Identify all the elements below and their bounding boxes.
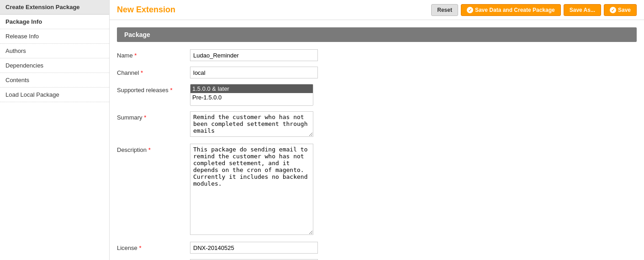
summary-required-indicator: * — [144, 114, 146, 121]
main-content: New Extension Reset Save Data and Create… — [110, 0, 644, 260]
summary-control — [190, 111, 318, 138]
release-option-1500[interactable]: 1.5.0.0 & later — [190, 84, 313, 93]
name-label: Name * — [117, 49, 190, 59]
page-title: New Extension — [117, 5, 175, 15]
license-row: License * — [117, 242, 637, 254]
description-control — [190, 144, 318, 236]
description-required-indicator: * — [148, 146, 151, 153]
description-label: Description * — [117, 144, 190, 153]
supported-releases-label: Supported releases * — [117, 84, 190, 94]
save-icon — [610, 7, 616, 13]
section-header: Package — [117, 27, 637, 42]
description-row: Description * — [117, 144, 637, 236]
sidebar-item-release-info[interactable]: Release Info — [0, 29, 109, 44]
sidebar: Create Extension Package Package Info Re… — [0, 0, 110, 260]
sidebar-item-dependencies[interactable]: Dependencies — [0, 58, 109, 73]
save-and-create-button[interactable]: Save Data and Create Package — [461, 4, 561, 16]
summary-row: Summary * — [117, 111, 637, 138]
save-create-icon — [467, 7, 473, 13]
reset-button[interactable]: Reset — [431, 4, 458, 16]
license-label: License * — [117, 242, 190, 251]
channel-label: Channel * — [117, 67, 190, 76]
name-row: Name * — [117, 49, 637, 61]
name-required-indicator: * — [134, 52, 137, 59]
sidebar-title: Create Extension Package — [0, 0, 109, 15]
release-option-pre1500[interactable]: Pre-1.5.0.0 — [190, 93, 313, 102]
save-as-button[interactable]: Save As... — [564, 4, 601, 16]
header-buttons: Reset Save Data and Create Package Save … — [431, 4, 637, 16]
license-control — [190, 242, 318, 254]
channel-control — [190, 67, 318, 78]
name-control — [190, 49, 318, 61]
save-button[interactable]: Save — [604, 4, 637, 16]
license-required-indicator: * — [139, 244, 141, 251]
sidebar-item-authors[interactable]: Authors — [0, 44, 109, 58]
supported-releases-required-indicator: * — [170, 87, 172, 94]
channel-row: Channel * — [117, 67, 637, 78]
main-header: New Extension Reset Save Data and Create… — [110, 0, 644, 20]
sidebar-item-contents[interactable]: Contents — [0, 73, 109, 88]
supported-releases-control: 1.5.0.0 & later Pre-1.5.0.0 — [190, 84, 318, 106]
channel-required-indicator: * — [141, 69, 143, 76]
supported-releases-row: Supported releases * 1.5.0.0 & later Pre… — [117, 84, 637, 106]
sidebar-item-load-local-package[interactable]: Load Local Package — [0, 88, 109, 102]
license-input[interactable] — [190, 242, 318, 254]
name-input[interactable] — [190, 49, 318, 61]
sidebar-item-package-info[interactable]: Package Info — [0, 15, 109, 29]
summary-textarea[interactable] — [190, 111, 313, 137]
description-textarea[interactable] — [190, 144, 313, 235]
channel-input[interactable] — [190, 67, 318, 78]
summary-label: Summary * — [117, 111, 190, 121]
supported-releases-select[interactable]: 1.5.0.0 & later Pre-1.5.0.0 — [190, 84, 313, 106]
package-form: Name * Channel * Sup — [110, 46, 644, 260]
